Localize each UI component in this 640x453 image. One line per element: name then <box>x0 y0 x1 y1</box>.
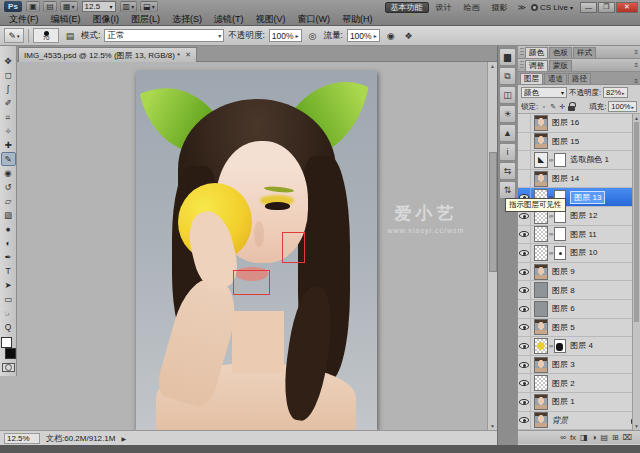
document-tab[interactable]: IMG_4535.psd @ 12.5% (图层 13, RGB/8) * ✕ <box>18 47 197 62</box>
airbrush-icon[interactable]: ◉ <box>384 29 398 42</box>
opacity-field[interactable]: 100% <box>269 29 302 42</box>
gradient-tool[interactable]: ▨ <box>1 208 16 222</box>
panel-menu-icon[interactable]: ≡ <box>634 62 638 68</box>
add-layer-mask-button[interactable]: ◨ <box>580 434 588 442</box>
visibility-toggle[interactable] <box>518 133 531 151</box>
layer-name[interactable]: 图层 13 <box>570 191 605 204</box>
delete-layer-button[interactable]: ⌧ <box>623 434 632 442</box>
layer-name[interactable]: 图层 10 <box>570 247 597 258</box>
layer-row[interactable]: ∞ 图层 15 <box>518 133 640 152</box>
layer-thumbnail[interactable] <box>534 171 548 187</box>
info-panel-icon[interactable]: i <box>499 143 516 161</box>
layers-scrollbar[interactable] <box>632 114 640 430</box>
close-tab-icon[interactable]: ✕ <box>185 51 191 59</box>
tablet-size-icon[interactable]: ❖ <box>402 29 416 42</box>
layer-row[interactable]: ∞ 背景 <box>518 412 640 431</box>
visibility-toggle[interactable] <box>518 281 531 299</box>
clone-stamp-tool[interactable]: ◉ <box>1 166 16 180</box>
panel-tab[interactable]: 调整 <box>525 60 548 71</box>
blend-mode-select[interactable]: 正常 <box>104 29 224 42</box>
type-tool[interactable]: T <box>1 264 16 278</box>
visibility-toggle[interactable] <box>518 300 531 318</box>
restore-button[interactable]: ❐ <box>598 2 615 13</box>
layer-thumbnail[interactable] <box>534 264 548 280</box>
quick-mask-button[interactable] <box>2 363 15 372</box>
lock-position-icon[interactable]: ✛ <box>558 103 566 111</box>
visibility-toggle[interactable] <box>518 170 531 188</box>
layer-name[interactable]: 图层 3 <box>552 359 575 370</box>
layer-thumbnail[interactable] <box>534 245 548 261</box>
zoom-level-dropdown[interactable]: 12.5 <box>82 1 116 12</box>
blur-tool[interactable]: ● <box>1 222 16 236</box>
menu-item[interactable]: 选择(S) <box>167 13 207 26</box>
visibility-toggle[interactable] <box>518 319 531 337</box>
layer-thumbnail[interactable] <box>534 394 548 410</box>
layer-name[interactable]: 选取颜色 1 <box>570 154 609 165</box>
layer-row[interactable]: ∞ 图层 14 <box>518 170 640 189</box>
layer-thumbnail[interactable] <box>534 226 548 242</box>
quick-selection-tool[interactable]: ✐ <box>1 96 16 110</box>
layer-name[interactable]: 图层 4 <box>570 340 593 351</box>
panel-tab[interactable]: 路径 <box>568 73 591 84</box>
layer-thumbnail[interactable] <box>534 357 548 373</box>
layer-name[interactable]: 图层 2 <box>552 378 575 389</box>
visibility-toggle[interactable] <box>518 244 531 262</box>
layer-row[interactable]: ∞ 图层 3 <box>518 356 640 375</box>
cs-live-button[interactable]: CS Live <box>531 3 573 12</box>
visibility-toggle[interactable] <box>518 226 531 244</box>
menu-item[interactable]: 图像(I) <box>88 13 125 26</box>
layer-row[interactable]: ∞ 图层 5 <box>518 319 640 338</box>
layer-row[interactable]: ∞ 图层 6 <box>518 300 640 319</box>
layer-thumbnail[interactable] <box>534 412 548 428</box>
layer-row[interactable]: ∞ 图层 4 <box>518 337 640 356</box>
character-panel-icon[interactable]: ⇆ <box>499 162 516 180</box>
layer-thumbnail[interactable] <box>534 338 548 354</box>
layer-name[interactable]: 图层 9 <box>552 266 575 277</box>
foreground-color-swatch[interactable] <box>1 337 12 348</box>
panel-menu-icon[interactable]: ≡ <box>634 49 638 55</box>
layer-opacity-field[interactable]: 82% <box>603 87 628 98</box>
histogram-panel-icon[interactable]: ▆ <box>499 48 516 66</box>
paragraph-panel-icon[interactable]: ⇅ <box>499 181 516 199</box>
visibility-toggle[interactable] <box>518 393 531 411</box>
panel-tab[interactable]: 蒙版 <box>549 60 572 71</box>
hand-tool[interactable]: ☞ <box>1 306 16 320</box>
lock-all-icon[interactable] <box>568 106 575 111</box>
brush-preset-picker[interactable]: 70 <box>33 28 59 43</box>
layer-row[interactable]: ∞ 图层 16 <box>518 114 640 133</box>
zoom-tool[interactable]: Q <box>1 320 16 334</box>
new-layer-button[interactable]: ⊞ <box>612 434 619 442</box>
panel-tab[interactable]: 图层 <box>520 73 543 84</box>
visibility-toggle[interactable] <box>518 151 531 169</box>
spot-healing-brush-tool[interactable]: ✚ <box>1 138 16 152</box>
layers-scrollbar-thumb[interactable] <box>634 122 639 322</box>
layer-row[interactable]: ∞ 图层 1 <box>518 393 640 412</box>
layer-name[interactable]: 图层 8 <box>552 285 575 296</box>
layer-name[interactable]: 背景 <box>552 415 568 426</box>
image-panel-icon[interactable]: ▲ <box>499 124 516 142</box>
toggle-brush-panel-icon[interactable]: ▤ <box>63 29 77 42</box>
panel-tab[interactable]: 样式 <box>573 47 596 58</box>
layer-name[interactable]: 图层 1 <box>552 396 575 407</box>
mask-thumbnail[interactable] <box>554 246 566 260</box>
lock-transparency-icon[interactable]: ▫ <box>540 103 548 111</box>
visibility-toggle[interactable] <box>518 412 531 430</box>
layer-thumbnail[interactable] <box>534 375 548 391</box>
layer-thumbnail[interactable] <box>534 152 548 168</box>
dodge-tool[interactable]: ◐ <box>1 236 16 250</box>
launch-mini-bridge-icon[interactable]: ▤ <box>43 1 57 12</box>
panel-tab[interactable]: 通道 <box>544 73 567 84</box>
visibility-toggle[interactable] <box>518 114 531 132</box>
panel-tab[interactable]: 颜色 <box>525 47 548 58</box>
new-group-button[interactable]: ▤ <box>601 434 609 442</box>
document-image[interactable] <box>136 71 377 430</box>
menu-item[interactable]: 图层(L) <box>126 13 165 26</box>
layer-row[interactable]: ∞ 图层 10 <box>518 244 640 263</box>
screen-mode-icon[interactable]: ⬓ <box>140 1 158 12</box>
view-extras-icon[interactable]: ▦ <box>60 1 78 12</box>
visibility-toggle[interactable] <box>518 263 531 281</box>
layer-row[interactable]: ∞ 图层 2 <box>518 374 640 393</box>
layer-style-button[interactable]: fx <box>570 434 576 442</box>
mask-thumbnail[interactable] <box>554 227 566 241</box>
visibility-toggle[interactable] <box>518 374 531 392</box>
